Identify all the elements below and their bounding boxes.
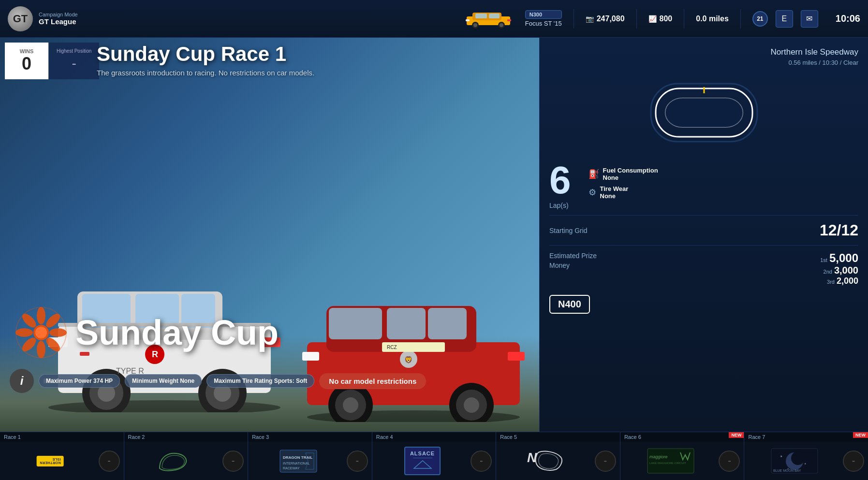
svg-point-41	[464, 397, 479, 413]
race-6-track-logo: maggiore LAKE MAGGIORE CIRCUIT	[624, 447, 717, 476]
n-rating-badge: N400	[549, 295, 590, 314]
car-badge: N300	[525, 10, 562, 19]
prize-1st-amount: 5,000	[829, 251, 858, 265]
svg-rect-43	[508, 352, 525, 361]
svg-text:BLUE MOON BAY: BLUE MOON BAY	[773, 469, 801, 472]
cup-logo-area: Sunday Cup	[15, 306, 279, 359]
fuel-label: Fuel Consumption None	[603, 167, 658, 181]
svg-point-53	[49, 328, 67, 337]
prize-3rd-label: 3rd	[827, 279, 835, 285]
credits-value: 247,080	[597, 15, 625, 23]
svg-point-55	[37, 341, 45, 358]
race-3-position: -	[347, 451, 368, 472]
race-4-position: -	[471, 451, 492, 472]
race-title: Sunday Cup Race 1	[97, 43, 530, 66]
wins-value: 0	[13, 54, 41, 73]
top-bar: GT Campaign Mode GT League N300 Focus ST…	[0, 0, 868, 38]
campaign-info: Campaign Mode GT League	[39, 12, 78, 26]
race-4-body: ALSACE -	[372, 442, 496, 480]
svg-text:maggiore: maggiore	[649, 454, 668, 459]
race-2-header: Race 2	[124, 432, 248, 442]
starting-grid-value: 12/12	[820, 221, 858, 239]
svg-point-10	[48, 400, 280, 412]
level-badge: 21	[752, 11, 768, 27]
race-3-header: Race 3	[248, 432, 372, 442]
race-item-4[interactable]: Race 4 ALSACE -	[372, 432, 497, 480]
wins-box: Wins 0	[5, 43, 48, 79]
svg-point-54	[44, 335, 62, 354]
svg-rect-34	[387, 308, 426, 339]
race-6-position: -	[719, 451, 740, 472]
race-1-body: NORTHERNISLE -	[0, 442, 124, 480]
svg-point-5	[473, 23, 477, 27]
badges-area: i Maximum Power 374 HP Minimum Weight No…	[10, 369, 426, 393]
svg-text:RCZ: RCZ	[387, 345, 397, 350]
svg-point-59	[35, 327, 47, 338]
svg-text:DRAGON TRAIL: DRAGON TRAIL	[283, 455, 312, 460]
race-5-position: -	[595, 451, 616, 472]
svg-point-57	[15, 328, 33, 337]
cup-name: Sunday Cup	[75, 313, 279, 352]
fuel-icon: ⛽	[588, 169, 599, 179]
position-box: Highest Position -	[48, 43, 99, 79]
car-name: Focus ST '15	[525, 20, 562, 27]
left-panel: R TYPE R	[0, 38, 539, 432]
svg-rect-35	[428, 308, 467, 339]
race-item-3[interactable]: Race 3 DRAGON TRAIL INTERNATIONAL RACEWA…	[248, 432, 372, 480]
prize-label: Estimated PrizeMoney	[549, 251, 597, 270]
prize-1st-label: 1st	[820, 257, 827, 263]
track-map	[549, 74, 858, 151]
laps-label: Lap(s)	[549, 202, 571, 209]
race-2-track-logo	[128, 447, 221, 476]
tire-icon: ⚙	[588, 187, 596, 198]
race-item-5[interactable]: Race 5 N -	[496, 432, 620, 480]
power-badge: Maximum Power 374 HP	[39, 374, 120, 388]
svg-rect-8	[466, 19, 470, 21]
svg-marker-69	[414, 461, 431, 468]
clock-display: 10:06	[836, 13, 860, 24]
info-button[interactable]: i	[10, 369, 34, 393]
track-name: Northern Isle Speedway	[549, 47, 858, 57]
race-7-new-badge: NEW	[853, 432, 868, 438]
position-value: -	[57, 56, 91, 71]
svg-text:🦁: 🦁	[404, 356, 413, 364]
tire-label: Tire Wear None	[600, 185, 629, 200]
no-restriction-badge: No car model restrictions	[319, 373, 426, 389]
race-item-1[interactable]: Race 1 NORTHERNISLE -	[0, 432, 124, 480]
car-thumbnail	[459, 7, 517, 31]
race-1-header: Race 1	[0, 432, 124, 442]
track-details: 0.56 miles / 10:30 / Clear	[549, 59, 858, 66]
race-title-area: Sunday Cup Race 1 The grassroots introdu…	[97, 43, 530, 77]
prize-values: 1st 5,000 2nd 3,000 3rd 2,000	[820, 251, 858, 286]
messages-icon-btn[interactable]: ✉	[801, 10, 818, 28]
svg-text:INTERNATIONAL: INTERNATIONAL	[283, 462, 310, 465]
race-item-2[interactable]: Race 2 -	[124, 432, 249, 480]
race-4-track-logo: ALSACE	[376, 447, 469, 476]
gt-league-label: GT League	[39, 17, 78, 26]
svg-text:LAKE MAGGIORE CIRCUIT: LAKE MAGGIORE CIRCUIT	[649, 462, 686, 465]
svg-point-38	[343, 397, 358, 413]
race-2-position: -	[222, 451, 244, 472]
race-5-header: Race 5	[496, 432, 620, 442]
gt-logo: GT	[8, 6, 33, 31]
svg-point-56	[20, 335, 38, 354]
main-content: R TYPE R	[0, 38, 868, 432]
race-item-7[interactable]: NEW Race 7 ★ ★ ★ BLUE MOON BAY -	[744, 432, 868, 480]
race-6-header: Race 6	[620, 432, 744, 442]
svg-point-7	[500, 23, 503, 27]
race-2-body: -	[124, 442, 248, 480]
rating-value: 800	[660, 15, 673, 23]
svg-point-51	[37, 307, 45, 324]
svg-point-52	[44, 311, 62, 330]
prize-2nd-amount: 3,000	[834, 265, 858, 276]
car-info: N300 Focus ST '15 📷 247,080 📈 800 0.0 mi…	[459, 7, 860, 31]
race-6-body: maggiore LAKE MAGGIORE CIRCUIT -	[620, 442, 744, 480]
svg-rect-71	[647, 449, 694, 473]
race-item-6[interactable]: NEW Race 6 maggiore LAKE MAGGIORE CIRCUI…	[620, 432, 745, 480]
svg-rect-3	[489, 14, 500, 18]
prize-3rd-amount: 2,000	[837, 276, 858, 286]
svg-rect-9	[507, 19, 511, 21]
race-5-body: N -	[496, 442, 620, 480]
race-1-position: -	[99, 451, 120, 472]
profile-icon-btn[interactable]: E	[776, 10, 793, 28]
